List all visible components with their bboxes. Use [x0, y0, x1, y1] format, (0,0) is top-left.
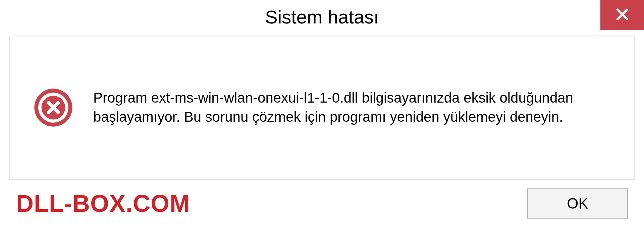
dialog-body: Program ext-ms-win-wlan-onexui-l1-1-0.dl… [9, 36, 635, 180]
error-message: Program ext-ms-win-wlan-onexui-l1-1-0.dl… [93, 89, 617, 126]
dialog-footer: DLL-BOX.COM OK [0, 182, 644, 232]
error-icon [34, 88, 73, 127]
close-icon [614, 6, 630, 24]
titlebar: Sistem hatası [0, 0, 644, 34]
ok-button[interactable]: OK [527, 188, 628, 219]
dialog-title: Sistem hatası [265, 6, 379, 28]
watermark-text: DLL-BOX.COM [16, 190, 190, 217]
close-button[interactable] [600, 0, 644, 30]
